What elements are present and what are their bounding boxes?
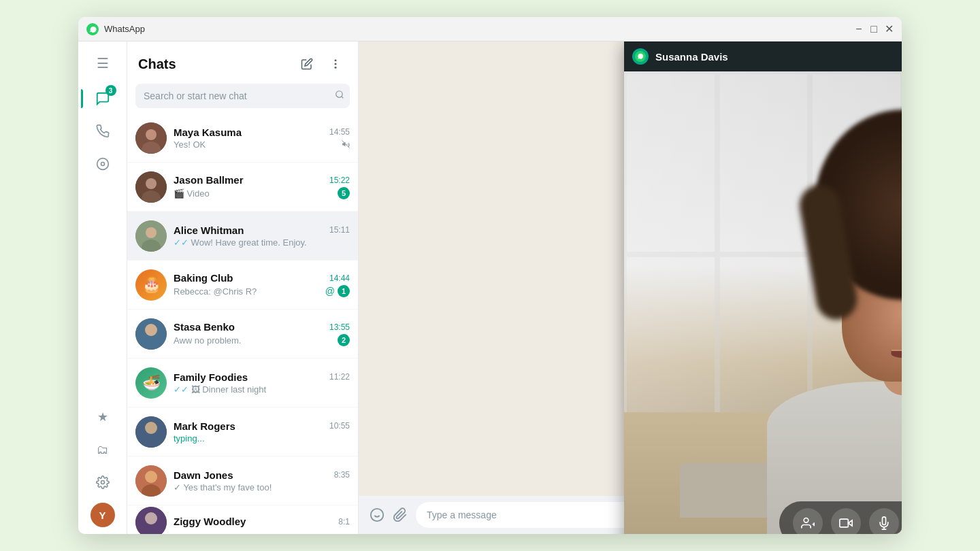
search-bar [135,84,350,108]
menu-button[interactable] [324,52,347,76]
nav-calls[interactable] [88,116,118,146]
svg-point-10 [146,129,157,140]
unread-badge: 1 [338,285,350,297]
chat-time: 11:22 [329,372,350,382]
chat-name: Family Foodies [174,371,248,383]
chat-time: 15:11 [329,225,350,235]
list-item[interactable]: Mark Rogers 10:55 typing... [127,407,358,456]
chat-preview: Rebecca: @Chris R? [174,286,325,297]
svg-point-14 [146,178,157,189]
chat-info: Maya Kasuma 14:55 Yes! OK [174,127,350,150]
list-item[interactable]: 🎂 Baking Club 14:44 Rebecca: @Chris R? @… [127,261,358,310]
chat-list-title: Chats [138,56,176,72]
chat-name: Mark Rogers [174,420,235,432]
video-background [624,71,902,534]
chat-preview: ✓ Yes that's my fave too! [174,482,350,492]
add-participant-button[interactable] [793,508,823,534]
chat-name: Stasa Benko [174,321,235,333]
chat-meta [342,140,350,148]
chat-preview: ✓✓ 🖼 Dinner last night [174,384,350,395]
minimize-button[interactable]: − [854,24,864,34]
list-item[interactable]: Maya Kasuma 14:55 Yes! OK [127,114,358,163]
chat-meta: 2 [338,334,350,346]
chat-name: Maya Kasuma [174,127,242,138]
chat-preview: Aww no problem. [174,335,338,346]
video-toggle-button[interactable] [831,508,861,534]
svg-rect-36 [840,519,849,527]
chat-preview: Yes! OK [174,139,342,150]
app-logo [86,23,99,35]
svg-point-7 [336,91,342,97]
chats-badge: 3 [105,85,116,96]
nav-rail: ☰ 3 ★ 🗂 [78,41,127,534]
new-chat-button[interactable] [295,52,318,76]
chat-info: Family Foodies 11:22 ✓✓ 🖼 Dinner last ni… [174,371,350,395]
svg-point-29 [145,512,157,524]
unread-badge: 2 [338,334,350,346]
list-item[interactable]: Dawn Jones 8:35 ✓ Yes that's my fave too… [127,456,358,505]
avatar [135,416,167,448]
chat-list-scroll[interactable]: Maya Kasuma 14:55 Yes! OK [127,114,358,534]
avatar [135,122,167,154]
chat-name: Ziggy Woodley [174,516,246,527]
chat-time: 13:55 [329,322,350,332]
chat-preview: ✓✓ Wow! Have great time. Enjoy. [174,237,350,248]
attach-button[interactable] [393,507,408,522]
chat-meta: 5 [338,187,350,199]
video-call-window: Susanna Davis 🔒 End-to-end endcrypted − … [624,41,902,534]
chat-time: 14:55 [329,127,350,137]
unread-badge: 5 [338,187,350,199]
avatar [135,171,167,203]
close-button[interactable]: ✕ [884,24,894,34]
chat-area: Susanna Davis 🔒 End-to-end endcrypted − … [359,41,902,534]
window-controls: − □ ✕ [854,24,894,34]
chat-list-header: Chats [127,41,358,81]
maximize-button[interactable]: □ [869,24,879,34]
svg-marker-35 [848,520,852,526]
nav-menu[interactable]: ☰ [88,48,118,78]
avatar: 🍜 [135,367,167,399]
svg-point-3 [101,481,104,484]
list-item[interactable]: Alice Whitman 15:11 ✓✓ Wow! Have great t… [127,212,358,261]
list-item[interactable]: Stasa Benko 13:55 Aww no problem. 2 [127,310,358,358]
app-window: WhatsApp − □ ✕ ☰ 3 [78,17,902,534]
nav-avatar[interactable]: Y [91,503,115,527]
nav-status[interactable] [88,149,118,179]
list-item[interactable]: Ziggy Woodley 8:1 [127,505,358,534]
search-icon[interactable] [335,90,344,102]
chat-preview: typing... [174,433,350,444]
list-item[interactable]: 🍜 Family Foodies 11:22 ✓✓ 🖼 Dinner last … [127,358,358,407]
nav-chats[interactable]: 3 [88,84,118,114]
nav-starred[interactable]: ★ [88,402,118,432]
chat-name: Jason Ballmer [174,174,244,186]
chat-info: Baking Club 14:44 Rebecca: @Chris R? @ 1 [174,272,350,297]
avatar [135,507,167,535]
chat-name: Dawn Jones [174,469,233,481]
chat-info: Ziggy Woodley 8:1 [174,516,350,529]
search-input[interactable] [135,84,350,108]
avatar [135,318,167,350]
title-bar: WhatsApp − □ ✕ [78,17,902,41]
chat-meta: @ 1 [325,285,350,297]
svg-point-23 [145,422,157,434]
chat-time: 15:22 [329,176,350,185]
avatar [135,465,167,497]
app-title: WhatsApp [104,24,854,34]
chat-list-panel: Chats [127,41,359,534]
svg-point-5 [335,63,337,65]
video-call-titlebar: Susanna Davis 🔒 End-to-end endcrypted − … [624,41,902,71]
mute-button[interactable] [869,508,899,534]
nav-archived[interactable]: 🗂 [88,435,118,465]
svg-point-17 [146,227,157,238]
list-item[interactable]: Jason Ballmer 15:22 🎬 Video 5 [127,163,358,212]
svg-line-8 [342,97,344,99]
emoji-button[interactable] [370,507,385,522]
svg-point-32 [804,518,808,523]
chat-list-header-icons [295,52,347,76]
chat-preview: 🎬 Video [174,188,338,199]
svg-point-43 [371,509,383,521]
chat-info: Dawn Jones 8:35 ✓ Yes that's my fave too… [174,469,350,492]
svg-point-4 [335,59,337,61]
nav-settings[interactable] [88,467,118,497]
chat-name: Baking Club [174,272,233,284]
